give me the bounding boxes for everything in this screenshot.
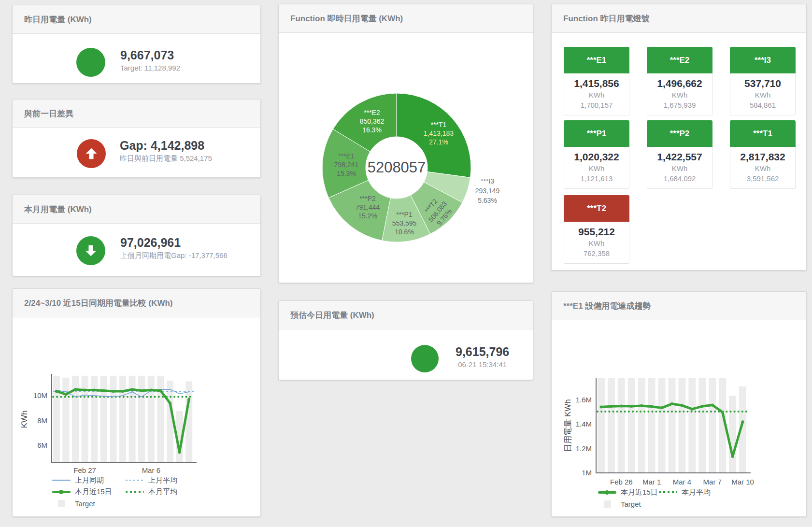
tile-target: 1,675,939 <box>647 100 712 110</box>
tile-target: 584,861 <box>730 100 795 110</box>
panel-yesterday-usage: 昨日用電量 (KWh) 9,667,073 Target: 11,128,992 <box>12 5 261 84</box>
legend-label: 本月平均 <box>148 487 177 497</box>
legend-item: 本月平均 <box>126 487 177 497</box>
legend-row: 上月同期 上月平均 <box>52 476 177 484</box>
donut-label-p2: ***P2 791,444 15.2% <box>356 194 380 220</box>
donut-label-p1: ***P1 553,595 10.6% <box>392 210 417 236</box>
green-line-swatch-icon <box>598 489 616 496</box>
tile-body: 537,710 KWh 584,861 <box>730 73 796 115</box>
green-status-circle-icon <box>76 48 105 77</box>
tile-unit: KWh <box>564 90 629 100</box>
donut-label-t1: ***T1 1,413,183 27.1% <box>424 120 454 146</box>
svg-text:1M: 1M <box>582 469 592 477</box>
tile-body: 1,422,557 KWh 1,684,092 <box>647 147 712 189</box>
light-tile-e2: ***E2 1,496,662 KWh 1,675,939 <box>647 47 712 115</box>
trend-chart-legend: 本月近15日 本月平均 Target <box>598 488 711 512</box>
panel-header: 本月用電量 (KWh) <box>13 195 260 224</box>
tile-value: 537,710 <box>730 77 795 90</box>
donut-label-e2: ***E2 850,362 16.3% <box>360 108 385 134</box>
tile-body: 955,212 KWh 762,358 <box>564 222 629 264</box>
tile-body: 1,496,662 KWh 1,675,939 <box>647 73 712 115</box>
light-tile-t2: ***T2 955,212 KWh 762,358 <box>564 195 629 264</box>
svg-text:日用電量 KWh: 日用電量 KWh <box>563 399 572 452</box>
svg-text:Mar 4: Mar 4 <box>673 478 691 486</box>
light-tile-e1: ***E1 1,415,856 KWh 1,700,157 <box>564 47 629 115</box>
panel-estimate-today: 預估今日用電量 (KWh) 9,615,796 06-21 15:34:41 <box>278 300 533 380</box>
panel-title: 預估今日用電量 (KWh) <box>290 310 374 321</box>
legend-row: Target <box>598 500 711 508</box>
tile-value: 1,415,856 <box>564 77 629 90</box>
tile-body: 1,020,322 KWh 1,121,613 <box>564 147 629 189</box>
stat-subtitle: 06-21 15:34:41 <box>456 360 509 369</box>
panel-day-gap: 與前一日差異 Gap: 4,142,898 昨日與前日用電量 5,524,175 <box>12 99 261 178</box>
legend-label: 上月平均 <box>148 476 177 485</box>
panel-compare-chart: 2/24~3/10 近15日同期用電量比較 (KWh) 6M8M10MFeb 2… <box>12 288 261 517</box>
svg-text:Mar 10: Mar 10 <box>731 478 754 486</box>
tile-target: 1,121,613 <box>564 173 629 184</box>
svg-text:KWh: KWh <box>20 411 29 428</box>
panel-header: 昨日用電量 (KWh) <box>13 5 260 34</box>
panel-title: 與前一日差異 <box>24 108 73 119</box>
tile-body: 1,415,856 KWh 1,700,157 <box>564 73 629 115</box>
panel-month-usage: 本月用電量 (KWh) 97,026,961 上個月同期用電Gap: -17,3… <box>12 195 261 276</box>
tile-header: ***E1 <box>564 47 629 73</box>
svg-text:Mar 1: Mar 1 <box>642 478 661 486</box>
tile-value: 1,020,322 <box>564 151 629 163</box>
svg-text:1.6M: 1.6M <box>576 396 592 404</box>
tile-unit: KWh <box>564 238 629 248</box>
svg-text:Feb 27: Feb 27 <box>73 466 96 474</box>
tile-value: 955,212 <box>564 226 629 238</box>
legend-item: 本月近15日 <box>52 487 126 497</box>
light-tile-i3: ***I3 537,710 KWh 584,861 <box>730 47 796 115</box>
stat-text: 9,667,073 Target: 11,128,992 <box>120 48 180 72</box>
tile-unit: KWh <box>647 90 712 100</box>
tile-header: ***P2 <box>647 120 712 147</box>
light-tile-p1: ***P1 1,020,322 KWh 1,121,613 <box>564 120 629 189</box>
tile-unit: KWh <box>564 163 629 173</box>
stat-subtitle: Target: 11,128,992 <box>120 64 180 72</box>
svg-text:8M: 8M <box>37 416 47 425</box>
legend-item: 上月平均 <box>126 476 177 485</box>
green-dotted-swatch-icon <box>659 489 677 496</box>
panel-lights: Function 昨日用電燈號 ***E1 1,415,856 KWh 1,70… <box>551 4 807 271</box>
blue-dashed-swatch-icon <box>126 477 144 484</box>
svg-text:Mar 6: Mar 6 <box>142 466 160 474</box>
svg-text:Mar 7: Mar 7 <box>703 478 722 486</box>
legend-label: 上月同期 <box>75 476 104 485</box>
green-line-swatch-icon <box>52 488 71 496</box>
panel-trend-chart: ***E1 設備用電達成趨勢 1M1.2M1.4M1.6MFeb 26Mar 1… <box>551 291 807 517</box>
stat-text: 97,026,961 上個月同期用電Gap: -17,377,566 <box>120 235 228 260</box>
stat-value: 97,026,961 <box>120 235 228 250</box>
light-tile-t1: ***T1 2,817,832 KWh 3,591,562 <box>730 120 796 189</box>
legend-label: 本月近15日 <box>621 488 658 497</box>
legend-item: 本月近15日 <box>598 488 659 497</box>
tile-header: ***I3 <box>730 47 796 73</box>
legend-item: 本月平均 <box>659 488 711 497</box>
legend-row: Target <box>52 499 177 507</box>
svg-text:1.2M: 1.2M <box>576 444 592 453</box>
legend-item: 上月同期 <box>52 476 126 485</box>
donut-chart[interactable] <box>279 4 534 284</box>
svg-text:6M: 6M <box>37 441 47 449</box>
stat-text: 9,615,796 06-21 15:34:41 <box>456 344 509 369</box>
panel-title: 昨日用電量 (KWh) <box>24 14 92 25</box>
legend-item: Target <box>52 499 95 508</box>
legend-label: Target <box>621 500 641 508</box>
panel-title: 本月用電量 (KWh) <box>24 204 92 215</box>
legend-label: 本月近15日 <box>75 487 112 497</box>
trend-line-bar-chart[interactable]: 1M1.2M1.4M1.6MFeb 26Mar 1Mar 4Mar 7Mar 1… <box>552 292 807 517</box>
tile-target: 3,591,562 <box>730 173 795 184</box>
tile-value: 2,817,832 <box>730 151 795 163</box>
green-dotted-swatch-icon <box>126 488 144 496</box>
tile-unit: KWh <box>730 163 795 173</box>
green-down-arrow-icon <box>76 236 105 265</box>
stat-text: Gap: 4,142,898 昨日與前日用電量 5,524,175 <box>120 138 212 163</box>
svg-text:Feb 26: Feb 26 <box>610 478 633 486</box>
tile-unit: KWh <box>730 90 795 100</box>
tile-target: 1,684,092 <box>647 173 712 184</box>
panel-title: Function 昨日用電燈號 <box>563 13 649 24</box>
blue-line-swatch-icon <box>52 477 71 484</box>
target-bar-swatch-icon <box>52 500 71 507</box>
legend-label: Target <box>75 499 95 508</box>
stat-subtitle: 上個月同期用電Gap: -17,377,566 <box>120 251 228 260</box>
